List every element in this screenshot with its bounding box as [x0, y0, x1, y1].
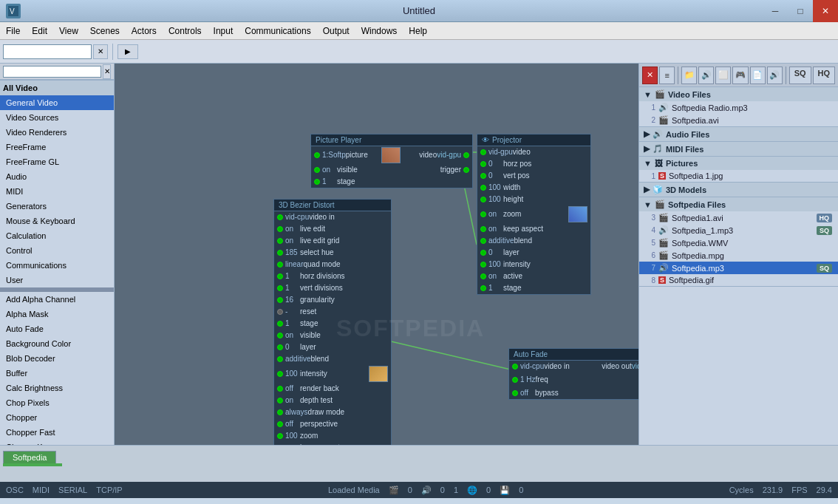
tree-header-midi-files[interactable]: ▶ 🎵 MIDI Files: [639, 142, 838, 156]
menu-item-input[interactable]: Input: [208, 22, 239, 39]
tree-item-video-1[interactable]: 1 🔊 Softpedia Radio.mp3: [639, 101, 838, 114]
sidebar-item-buffer[interactable]: Buffer: [0, 366, 114, 381]
tree-header-softpedia-files[interactable]: ▼ 🎬 Softpedia Files: [639, 197, 838, 211]
watermark: SOFTPEDIA: [336, 315, 485, 342]
video-icon: 🎬: [658, 115, 669, 125]
tree-header-pictures[interactable]: ▼ 🖼 Pictures: [639, 157, 838, 170]
tree-item-sp-5[interactable]: 5 🎬 Softpedia.WMV: [639, 236, 838, 249]
search-area: ✕: [3, 44, 108, 59]
svg-text:V: V: [10, 7, 15, 16]
proj-row: 1 stage: [477, 282, 590, 294]
tree-item-sp-8[interactable]: 8 S Softpedia.gif: [639, 274, 838, 286]
sidebar-item-calculation[interactable]: Calculation: [0, 228, 114, 243]
search-clear-button[interactable]: ✕: [93, 44, 108, 59]
menu-item-view[interactable]: View: [53, 22, 84, 39]
port-icon: [277, 273, 283, 279]
tree-header-3d-models[interactable]: ▶ 🧊 3D Models: [639, 183, 838, 197]
rp-menu-button[interactable]: ≡: [659, 67, 675, 84]
sidebar-item-auto-fade[interactable]: Auto Fade: [0, 321, 114, 336]
port-icon: [277, 297, 283, 303]
port-icon: [480, 226, 486, 232]
sidebar-item-freeframe[interactable]: FreeFrame: [0, 140, 114, 154]
close-button[interactable]: ✕: [813, 0, 838, 22]
tree-item-sp-6[interactable]: 6 🎬 Softpedia.mpg: [639, 249, 838, 262]
sidebar-item-alpha-mask[interactable]: Alpha Mask: [0, 307, 114, 321]
rp-video-add-button[interactable]: ⬜: [715, 67, 731, 84]
menu-item-controls[interactable]: Controls: [163, 22, 208, 39]
sidebar-item-calc-brightness[interactable]: Calc Brightness: [0, 381, 114, 395]
tree-header-audio-files[interactable]: ▶ 🔊 Audio Files: [639, 127, 838, 141]
left-search-input[interactable]: [3, 66, 101, 78]
sidebar-item-user[interactable]: User: [0, 273, 114, 287]
cycles-label: Cycles: [729, 486, 754, 494]
status-osc[interactable]: OSC: [6, 486, 24, 494]
tree-item-sp-7[interactable]: 7 🔊 Softpedia.mp3 SQ: [639, 262, 838, 274]
rp-close-button[interactable]: ✕: [642, 67, 658, 84]
menu-item-actors[interactable]: Actors: [126, 22, 163, 39]
sidebar-item-generators[interactable]: Generators: [0, 199, 114, 214]
tree-header-video-files[interactable]: ▼ 🎬 Video Files: [639, 87, 838, 101]
rp-sq-button[interactable]: SQ: [789, 67, 811, 84]
menu-item-windows[interactable]: Windows: [355, 22, 403, 39]
sidebar-item-audio[interactable]: Audio: [0, 169, 114, 184]
menu-item-scenes[interactable]: Scenes: [84, 22, 126, 39]
picture-thumbnail: [381, 147, 401, 163]
rp-hq-button[interactable]: HQ: [813, 67, 836, 84]
picture-player-node[interactable]: Picture Player 1:Softp picture video vid…: [310, 134, 473, 188]
center-canvas[interactable]: Picture Player 1:Softp picture video vid…: [115, 64, 638, 445]
status-tcpip[interactable]: TCP/IP: [96, 486, 122, 494]
picture-player-row-3: 1 stage: [311, 176, 472, 188]
tree-item-sp-4[interactable]: 4 🔊 Softpedia_1.mp3 SQ: [639, 224, 838, 236]
rp-audio-button[interactable]: 🔊: [698, 67, 714, 84]
sidebar-item-chopper-fast[interactable]: Chopper Fast: [0, 425, 114, 440]
rp-game-button[interactable]: 🎮: [732, 67, 748, 84]
nav-button[interactable]: ▶: [117, 44, 138, 59]
sidebar-item-freeframe-gl[interactable]: FreeFrame GL: [0, 154, 114, 169]
bezier-row: 1 horz divisions: [274, 270, 391, 282]
sidebar-item-communications[interactable]: Communications: [0, 258, 114, 273]
cube-thumbnail: [369, 366, 388, 382]
menu-item-communications[interactable]: Communications: [239, 22, 316, 39]
status-bar: OSC MIDI SERIAL TCP/IP Loaded Media 🎬 0 …: [0, 482, 838, 498]
menu-item-help[interactable]: Help: [403, 22, 433, 39]
menu-item-file[interactable]: File: [0, 22, 26, 39]
sidebar-item-background-color[interactable]: Background Color: [0, 336, 114, 351]
auto-fade-node[interactable]: Auto Fade vid-cpu video in video out vid…: [508, 348, 638, 400]
sidebar-item-all-video[interactable]: All Video: [0, 80, 114, 95]
sidebar-item-control[interactable]: Control: [0, 243, 114, 258]
sidebar-item-midi[interactable]: MIDI: [0, 184, 114, 199]
tab-softpedia[interactable]: Softpedia: [3, 451, 56, 463]
rp-add-folder-button[interactable]: 📁: [681, 67, 697, 84]
minimize-button[interactable]: ─: [763, 0, 788, 22]
port-icon: [480, 197, 486, 202]
serial-label: SERIAL: [58, 486, 87, 494]
menu-item-edit[interactable]: Edit: [26, 22, 53, 39]
sidebar-item-blob-decoder[interactable]: Blob Decoder: [0, 351, 114, 366]
maximize-button[interactable]: □: [788, 0, 813, 22]
tree-item-pic-1[interactable]: 1 S Softpedia 1.jpg: [639, 170, 838, 182]
tree-item-video-2[interactable]: 2 🎬 Softpedia.avi: [639, 114, 838, 126]
sidebar-item-chroma-key[interactable]: Chroma Key: [0, 440, 114, 445]
sidebar-item-mouse-keyboard[interactable]: Mouse & Keyboard: [0, 214, 114, 228]
proj-row: on zoom: [477, 205, 590, 223]
port-icon: [314, 167, 320, 173]
status-midi[interactable]: MIDI: [33, 486, 50, 494]
globe-icon: 🌐: [467, 486, 477, 495]
sidebar-item-general-video[interactable]: General Video: [0, 95, 114, 110]
sidebar-item-add-alpha[interactable]: Add Alpha Channel: [0, 292, 114, 307]
tree-item-sp-3[interactable]: 3 🎬 Softpedia1.avi HQ: [639, 211, 838, 224]
toolbar: ✕ ▶: [0, 40, 838, 64]
sidebar-item-chop-pixels[interactable]: Chop Pixels: [0, 395, 114, 410]
sidebar-item-chopper[interactable]: Chopper: [0, 410, 114, 425]
status-center: Loaded Media 🎬 0 🔊 0 1 🌐 0 💾 0: [328, 486, 523, 495]
left-search-clear[interactable]: ✕: [103, 64, 111, 79]
projector-node[interactable]: 👁 Projector vid-gpu video 0 horz pos 0 v…: [477, 134, 591, 295]
status-serial[interactable]: SERIAL: [58, 486, 87, 494]
rp-audio2-button[interactable]: 🔊: [767, 67, 783, 84]
sidebar-item-video-renderers[interactable]: Video Renderers: [0, 125, 114, 140]
rp-add-file-button[interactable]: 📄: [750, 67, 766, 84]
loaded-media-label: Loaded Media: [328, 486, 380, 494]
search-input[interactable]: [3, 44, 92, 59]
sidebar-item-video-sources[interactable]: Video Sources: [0, 110, 114, 125]
menu-item-output[interactable]: Output: [317, 22, 355, 39]
